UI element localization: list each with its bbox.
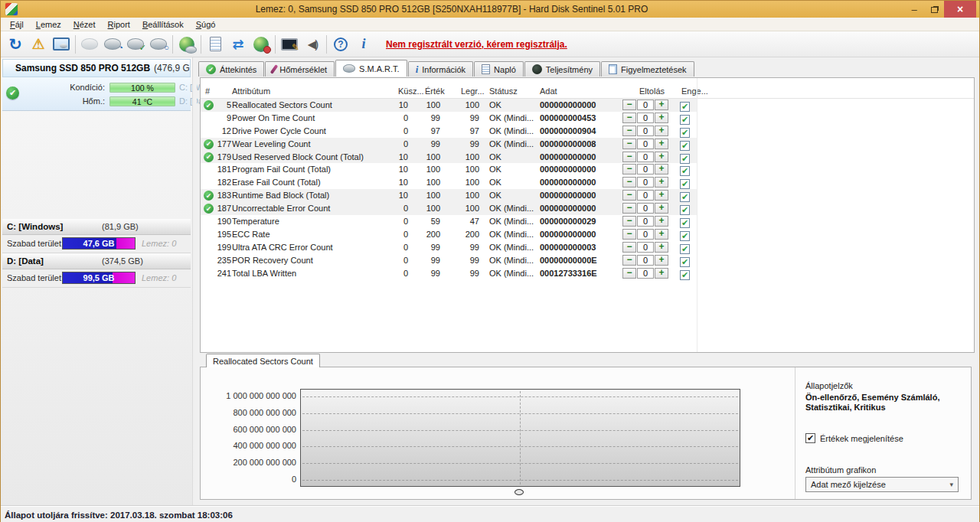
offset-plus-button[interactable]: + xyxy=(655,177,668,188)
table-row[interactable]: 190Temperature05947OK (Mindi...000000000… xyxy=(201,215,974,228)
attribute-graph-dropdown[interactable]: Adat mező kijelzése ▾ xyxy=(805,477,959,492)
menu-item-beállítások[interactable]: Beállítások xyxy=(136,18,190,31)
menu-item-nézet[interactable]: Nézet xyxy=(67,18,102,31)
offset-plus-button[interactable]: + xyxy=(655,268,668,279)
table-row[interactable]: ✔187Uncorrectable Error Count0100100OK (… xyxy=(201,202,974,215)
offset-plus-button[interactable]: + xyxy=(655,190,668,201)
col-enabled[interactable]: Enge... xyxy=(681,86,708,96)
disk-disabled-icon[interactable] xyxy=(78,34,101,55)
enabled-checkbox[interactable]: ✔ xyxy=(680,128,690,138)
enabled-checkbox[interactable]: ✔ xyxy=(680,244,690,254)
offset-minus-button[interactable]: − xyxy=(622,152,636,162)
globe-user-icon[interactable] xyxy=(250,34,273,55)
offset-plus-button[interactable]: + xyxy=(655,126,668,136)
offset-minus-button[interactable]: − xyxy=(622,126,636,136)
offset-minus-button[interactable]: − xyxy=(622,216,636,227)
info-icon[interactable]: i xyxy=(352,34,375,55)
show-values-row[interactable]: ✔ Értékek megjelenítése xyxy=(805,433,903,443)
table-row[interactable]: 195ECC Rate0200200OK (Mindi...0000000000… xyxy=(201,228,974,241)
offset-minus-button[interactable]: − xyxy=(622,255,636,266)
refresh-icon[interactable]: ↻ xyxy=(4,34,27,55)
disk-header[interactable]: Samsung SSD 850 PRO 512GB (476,9 GB) Le xyxy=(2,59,191,77)
offset-minus-button[interactable]: − xyxy=(622,164,636,175)
speaker-icon[interactable]: ◀) xyxy=(301,34,324,55)
close-button[interactable]: × xyxy=(944,1,976,18)
col-data[interactable]: Adat xyxy=(540,86,557,96)
offset-plus-button[interactable]: + xyxy=(655,242,668,253)
table-row[interactable]: 182Erase Fail Count (Total)10100100OK000… xyxy=(201,176,974,189)
table-row[interactable]: ✔179Used Reserved Block Count (Total)101… xyxy=(201,151,974,164)
menu-item-súgó[interactable]: Súgó xyxy=(190,18,222,31)
offset-plus-button[interactable]: + xyxy=(655,100,668,110)
partition-d-header[interactable]: D: [Data] (374,5 GB) xyxy=(2,253,191,269)
tab-hmrsklet[interactable]: Hőmérséklet xyxy=(265,61,335,77)
offset-plus-button[interactable]: + xyxy=(655,216,668,227)
tab-informcik[interactable]: iInformációk xyxy=(408,61,473,77)
table-row[interactable]: ✔177Wear Leveling Count09999OK (Mindi...… xyxy=(201,138,974,151)
table-row[interactable]: ✔183Runtime Bad Block (Total)10100100OK0… xyxy=(201,189,974,202)
offset-minus-button[interactable]: − xyxy=(622,139,636,149)
help-icon[interactable]: ? xyxy=(329,34,352,55)
offset-plus-button[interactable]: + xyxy=(655,255,668,266)
offset-minus-button[interactable]: − xyxy=(622,268,636,279)
enabled-checkbox[interactable]: ✔ xyxy=(680,102,690,112)
restore-button[interactable] xyxy=(924,1,944,18)
offset-plus-button[interactable]: + xyxy=(655,139,668,149)
minimize-button[interactable]: – xyxy=(904,1,924,18)
offset-plus-button[interactable]: + xyxy=(655,164,668,175)
enabled-checkbox[interactable]: ✔ xyxy=(680,218,690,228)
table-row[interactable]: 235POR Recovery Count09999OK (Mindi...00… xyxy=(201,254,974,267)
chart-tab[interactable]: Reallocated Sectors Count xyxy=(206,354,320,367)
col-thresh[interactable]: Küsz... xyxy=(398,86,424,96)
chart-slider-handle[interactable] xyxy=(514,489,524,495)
monitor-pen-icon[interactable] xyxy=(278,34,301,55)
disk-ok-icon[interactable]: ✓ xyxy=(124,34,147,55)
col-num[interactable]: # xyxy=(205,86,210,96)
table-row[interactable]: 12Drive Power Cycle Count09797OK (Mindi.… xyxy=(201,125,974,138)
disk-search-icon[interactable]: ○ xyxy=(147,34,170,55)
offset-minus-button[interactable]: − xyxy=(622,229,636,240)
disk-clock-icon[interactable]: ◔ xyxy=(101,34,124,55)
menu-item-riport[interactable]: Riport xyxy=(102,18,136,31)
enabled-checkbox[interactable]: ✔ xyxy=(680,141,690,151)
col-attr[interactable]: Attribútum xyxy=(232,86,270,96)
register-link[interactable]: Nem regisztrált verzió, kérem regisztrál… xyxy=(386,39,567,50)
enabled-checkbox[interactable]: ✔ xyxy=(680,257,690,267)
col-value[interactable]: Érték xyxy=(425,86,445,96)
globe-disk-icon[interactable] xyxy=(175,34,198,55)
tab-teljestmny[interactable]: Teljesítmény xyxy=(524,61,600,77)
col-status[interactable]: Státusz xyxy=(489,86,518,96)
enabled-checkbox[interactable]: ✔ xyxy=(680,154,690,164)
warning-icon[interactable]: ⚠ xyxy=(27,34,50,55)
enabled-checkbox[interactable]: ✔ xyxy=(680,205,690,215)
tab-smart[interactable]: S.M.A.R.T. xyxy=(335,60,407,77)
enabled-checkbox[interactable]: ✔ xyxy=(680,115,690,125)
col-offset[interactable]: Eltolás xyxy=(639,86,665,96)
table-row[interactable]: 9Power On Time Count09999OK (Mindi...000… xyxy=(201,112,974,125)
offset-minus-button[interactable]: − xyxy=(622,242,636,253)
table-row[interactable]: ✔5Reallocated Sectors Count10100100OK000… xyxy=(201,99,974,112)
offset-plus-button[interactable]: + xyxy=(655,203,668,214)
offset-minus-button[interactable]: − xyxy=(622,190,636,201)
offset-plus-button[interactable]: + xyxy=(655,229,668,240)
offset-minus-button[interactable]: − xyxy=(622,177,636,188)
table-row[interactable]: 181Program Fail Count (Total)10100100OK0… xyxy=(201,163,974,176)
partition-c-header[interactable]: C: [Windows] (81,9 GB) xyxy=(2,219,191,235)
offset-plus-button[interactable]: + xyxy=(655,113,668,123)
offset-minus-button[interactable]: − xyxy=(622,100,636,110)
report-icon[interactable] xyxy=(204,34,227,55)
enabled-checkbox[interactable]: ✔ xyxy=(680,270,690,280)
offset-plus-button[interactable]: + xyxy=(655,152,668,162)
offset-minus-button[interactable]: − xyxy=(622,203,636,214)
table-row[interactable]: 241Total LBA Written09999OK (Mindi...000… xyxy=(201,267,974,280)
show-values-checkbox[interactable]: ✔ xyxy=(805,433,815,443)
monitor-disk-icon[interactable] xyxy=(50,34,73,55)
sync-icon[interactable]: ⇄ xyxy=(227,34,250,55)
offset-minus-button[interactable]: − xyxy=(622,113,636,123)
menu-item-lemez[interactable]: Lemez xyxy=(30,18,67,31)
enabled-checkbox[interactable]: ✔ xyxy=(680,179,690,189)
tab-figyelmeztetsek[interactable]: Figyelmeztetések xyxy=(601,61,694,77)
sidebar-splitter[interactable] xyxy=(192,57,197,506)
table-row[interactable]: 199Ultra ATA CRC Error Count09999OK (Min… xyxy=(201,241,974,254)
tab-napl[interactable]: Napló xyxy=(474,61,524,77)
